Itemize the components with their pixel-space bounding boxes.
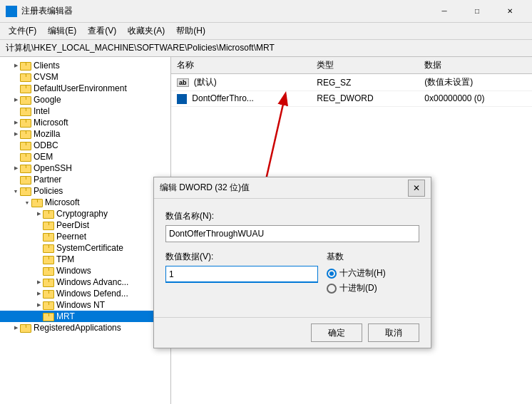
- tree-item-policies[interactable]: Policies: [0, 185, 170, 197]
- expand-openssh-icon: [11, 164, 20, 172]
- tree-item-cryptography[interactable]: Cryptography: [0, 208, 170, 219]
- base-section: 基数 十六进制(H) 十进制(D): [327, 251, 419, 294]
- tree-item-cvsm[interactable]: CVSM: [0, 71, 170, 83]
- folder-mrt-icon: [43, 311, 54, 321]
- col-name: 名称: [171, 57, 311, 74]
- title-bar: 注册表编辑器 ─ □ ✕: [0, 0, 532, 23]
- address-text: 计算机\HKEY_LOCAL_MACHINE\SOFTWARE\Policies…: [6, 42, 275, 54]
- edit-dword-dialog: 编辑 DWORD (32 位)值 ✕ 数值名称(N): 数值数据(V): 基数 …: [153, 177, 431, 348]
- menu-favorites[interactable]: 收藏夹(A): [122, 24, 170, 38]
- folder-systemcertificate-icon: [43, 243, 54, 253]
- name-input[interactable]: [165, 225, 419, 242]
- tree-item-defaultuserenv[interactable]: DefaultUserEnvironment: [0, 83, 170, 94]
- radio-dec-label: 十进制(D): [339, 282, 377, 294]
- name-label: 数值名称(N):: [165, 210, 419, 222]
- expand-policies-microsoft-icon: [23, 198, 31, 207]
- dialog-buttons: 确定 取消: [154, 317, 431, 348]
- dialog-title-text: 编辑 DWORD (32 位)值: [160, 182, 408, 194]
- tree-item-google[interactable]: Google: [0, 94, 170, 105]
- maximize-button[interactable]: □: [461, 0, 493, 23]
- expand-mozilla-icon: [11, 130, 20, 138]
- tree-item-openssh[interactable]: OpenSSH: [0, 162, 170, 174]
- data-row: 数值数据(V): 基数 十六进制(H) 十进制(D): [165, 251, 419, 294]
- cancel-button[interactable]: 取消: [368, 323, 419, 342]
- folder-policies-microsoft-icon: [31, 197, 43, 207]
- radio-dec-circle: [327, 284, 337, 294]
- expand-registeredapplications-icon: [11, 323, 20, 332]
- menu-view[interactable]: 查看(V): [82, 24, 122, 38]
- dialog-close-button[interactable]: ✕: [408, 180, 425, 197]
- reg-type-dontofferthrough: REG_DWORD: [311, 91, 419, 107]
- tree-item-microsoft[interactable]: Microsoft: [0, 117, 170, 128]
- expand-windowsdefend-icon: [34, 289, 43, 298]
- menu-edit[interactable]: 编辑(E): [42, 24, 82, 38]
- tree-item-tpm[interactable]: TPM: [0, 254, 170, 265]
- dword-icon: [177, 94, 187, 104]
- minimize-button[interactable]: ─: [428, 0, 461, 23]
- menu-file[interactable]: 文件(F): [3, 24, 42, 38]
- radio-group: 十六进制(H) 十进制(D): [327, 267, 419, 294]
- reg-data-dontofferthrough: 0x00000000 (0): [419, 91, 532, 107]
- tree-item-mozilla[interactable]: Mozilla: [0, 128, 170, 140]
- folder-microsoft-icon: [20, 118, 31, 128]
- folder-peerdist-icon: [43, 220, 54, 230]
- tree-panel: Clients CVSM DefaultUserEnvironment Goog…: [0, 57, 171, 404]
- tree-item-registeredapplications[interactable]: RegisteredApplications: [0, 322, 170, 333]
- menu-bar: 文件(F) 编辑(E) 查看(V) 收藏夹(A) 帮助(H): [0, 23, 532, 40]
- ab-icon: ab: [177, 78, 189, 87]
- dialog-title-bar: 编辑 DWORD (32 位)值 ✕: [154, 177, 431, 199]
- tree-item-mrt[interactable]: MRT: [0, 311, 170, 322]
- expand-clients-icon: [11, 61, 20, 70]
- radio-dec-item[interactable]: 十进制(D): [327, 282, 419, 294]
- folder-partner-icon: [20, 175, 31, 185]
- folder-peernet-icon: [43, 232, 54, 242]
- tree-item-systemcertificate[interactable]: SystemCertificate: [0, 242, 170, 254]
- folder-clients-icon: [20, 61, 31, 71]
- tree-item-windowsdefend[interactable]: Windows Defend...: [0, 288, 170, 299]
- tree-item-windows[interactable]: Windows: [0, 265, 170, 276]
- tree-item-peernet[interactable]: Peernet: [0, 231, 170, 242]
- dialog-body: 数值名称(N): 数值数据(V): 基数 十六进制(H) 十进制(D): [154, 199, 431, 306]
- radio-hex-item[interactable]: 十六进制(H): [327, 267, 419, 279]
- table-row[interactable]: DontOfferThro... REG_DWORD 0x00000000 (0…: [171, 91, 532, 107]
- folder-intel-icon: [20, 106, 31, 116]
- folder-cvsm-icon: [20, 72, 31, 82]
- folder-defaultuserenv-icon: [20, 83, 31, 93]
- expand-google-icon: [11, 95, 20, 104]
- folder-tpm-icon: [43, 254, 54, 264]
- reg-type-default: REG_SZ: [311, 74, 419, 91]
- close-button[interactable]: ✕: [493, 0, 526, 23]
- data-label: 数值数据(V):: [165, 251, 318, 263]
- expand-microsoft-icon: [11, 118, 20, 127]
- tree-item-peerdist[interactable]: PeerDist: [0, 219, 170, 231]
- registry-table: 名称 类型 数据 ab (默认) REG_SZ (数值未设置): [171, 57, 532, 107]
- expand-windowsadvanced-icon: [34, 278, 43, 286]
- app-icon: [6, 6, 17, 17]
- tree-item-policies-microsoft[interactable]: Microsoft: [0, 197, 170, 208]
- col-data: 数据: [419, 57, 532, 74]
- ok-button[interactable]: 确定: [311, 323, 362, 342]
- menu-help[interactable]: 帮助(H): [170, 24, 211, 38]
- folder-windowsdefend-icon: [43, 289, 54, 299]
- reg-name-default: ab (默认): [171, 74, 311, 91]
- reg-name-dontofferthrough: DontOfferThro...: [171, 91, 311, 107]
- tree-item-windowsnt[interactable]: Windows NT: [0, 299, 170, 311]
- tree-item-intel[interactable]: Intel: [0, 105, 170, 117]
- folder-mozilla-icon: [20, 129, 31, 139]
- folder-oem-icon: [20, 152, 31, 162]
- folder-windows-icon: [43, 266, 54, 276]
- table-row[interactable]: ab (默认) REG_SZ (数值未设置): [171, 74, 532, 91]
- folder-policies-icon: [20, 186, 31, 196]
- tree-item-partner[interactable]: Partner: [0, 174, 170, 185]
- tree-item-oem[interactable]: OEM: [0, 151, 170, 162]
- reg-data-default: (数值未设置): [419, 74, 532, 91]
- address-bar: 计算机\HKEY_LOCAL_MACHINE\SOFTWARE\Policies…: [0, 40, 532, 57]
- col-type: 类型: [311, 57, 419, 74]
- value-input[interactable]: [165, 266, 318, 283]
- value-section: 数值数据(V):: [165, 251, 318, 294]
- window-controls: ─ □ ✕: [428, 0, 526, 23]
- tree-item-odbc[interactable]: ODBC: [0, 140, 170, 151]
- radio-hex-label: 十六进制(H): [339, 267, 386, 279]
- tree-item-clients[interactable]: Clients: [0, 60, 170, 71]
- tree-item-windowsadvanced[interactable]: Windows Advanc...: [0, 276, 170, 288]
